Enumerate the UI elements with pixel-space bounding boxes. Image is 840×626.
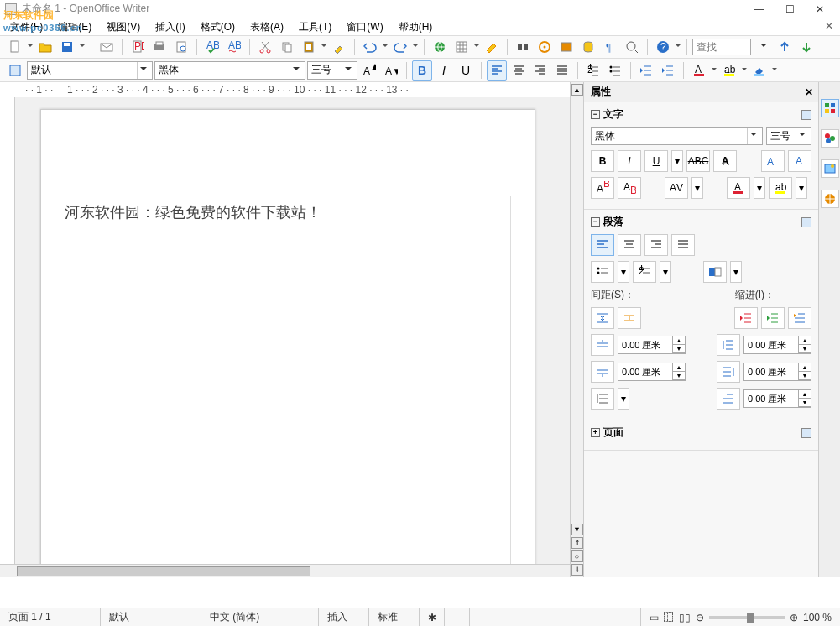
- scroll-up-icon[interactable]: ▲: [571, 84, 583, 96]
- menubar-close-icon[interactable]: ✕: [825, 20, 833, 32]
- print-button[interactable]: [149, 37, 170, 57]
- paragraph-style-combo[interactable]: 默认: [27, 61, 153, 80]
- sidebar-close-icon[interactable]: ✕: [805, 86, 813, 98]
- italic-button[interactable]: I: [434, 60, 454, 81]
- menu-table[interactable]: 表格(A): [245, 18, 289, 36]
- vertical-ruler[interactable]: [0, 97, 15, 564]
- mail-button[interactable]: [97, 37, 117, 57]
- find-prev-button[interactable]: [775, 37, 795, 57]
- sb-charspace-dropdown[interactable]: ▾: [691, 177, 703, 199]
- bgcolor-button[interactable]: [749, 60, 770, 81]
- sb-space-inc-button[interactable]: [591, 307, 614, 329]
- tab-properties[interactable]: [821, 99, 839, 117]
- sb-space-below-spin[interactable]: ▲▼: [618, 363, 686, 381]
- sb-bold-button[interactable]: B: [591, 150, 614, 172]
- sb-indent-right-spin[interactable]: ▲▼: [743, 363, 811, 381]
- status-language[interactable]: 中文 (简体): [201, 608, 319, 626]
- paste-dropdown[interactable]: [321, 37, 327, 57]
- tab-functions[interactable]: [821, 190, 839, 208]
- tab-navigator[interactable]: [821, 159, 839, 178]
- sb-number-button[interactable]: 12: [633, 261, 656, 283]
- menu-tools[interactable]: 工具(T): [294, 18, 337, 36]
- datasources-button[interactable]: [578, 37, 598, 57]
- bold-button[interactable]: B: [412, 60, 432, 81]
- menu-help[interactable]: 帮助(H): [394, 18, 438, 36]
- sb-indent-inc-button[interactable]: [761, 307, 785, 329]
- styles-window-button[interactable]: [5, 60, 25, 81]
- new-button[interactable]: [5, 37, 25, 57]
- sb-space-dec-button[interactable]: [618, 307, 641, 329]
- status-page[interactable]: 页面 1 / 1: [0, 608, 101, 626]
- sb-shrink-font-button[interactable]: A: [788, 150, 811, 172]
- redo-button[interactable]: [390, 37, 410, 57]
- find-replace-button[interactable]: [513, 37, 533, 57]
- help-button[interactable]: ?: [653, 37, 673, 57]
- redo-dropdown[interactable]: [412, 37, 419, 57]
- gallery-button[interactable]: [556, 37, 577, 57]
- menu-format[interactable]: 格式(O): [196, 18, 240, 36]
- status-style[interactable]: 默认: [101, 608, 201, 626]
- font-color-button[interactable]: A: [689, 60, 709, 81]
- zoom-value[interactable]: 100 %: [803, 612, 832, 623]
- sb-indent-left-spin[interactable]: ▲▼: [743, 336, 811, 354]
- sb-charspace-button[interactable]: AV: [665, 177, 688, 199]
- status-signature-icon[interactable]: [445, 608, 470, 626]
- sb-fontcolor-button[interactable]: A: [727, 177, 750, 199]
- bullet-list-button[interactable]: [605, 60, 625, 81]
- navigator-button[interactable]: [535, 37, 555, 57]
- bgcolor-dropdown[interactable]: [771, 60, 778, 81]
- grow-font-button[interactable]: A▲: [359, 60, 379, 81]
- sb-fontcolor-dropdown[interactable]: ▾: [754, 177, 765, 199]
- close-button[interactable]: ✕: [805, 0, 835, 18]
- page-up-icon[interactable]: ⇑: [571, 537, 583, 549]
- menu-insert[interactable]: 插入(I): [150, 18, 190, 36]
- sb-align-center-button[interactable]: [618, 234, 641, 256]
- nav-target-icon[interactable]: ○: [571, 550, 583, 562]
- sb-underline-button[interactable]: U: [644, 150, 668, 172]
- section-page-more-icon[interactable]: [801, 428, 811, 438]
- undo-button[interactable]: [360, 37, 380, 57]
- align-center-button[interactable]: [509, 60, 529, 81]
- horizontal-scrollbar[interactable]: [0, 564, 570, 577]
- sb-linespacing-button[interactable]: [591, 388, 614, 410]
- horizontal-ruler[interactable]: · · 1 · · 1 · · · 2 · · · 3 · · · 4 · · …: [0, 82, 570, 97]
- sb-underline-dropdown[interactable]: ▾: [671, 150, 683, 172]
- align-right-button[interactable]: [530, 60, 550, 81]
- sb-indent-dec-button[interactable]: [734, 307, 758, 329]
- zoom-out-icon[interactable]: ⊖: [696, 612, 704, 623]
- minimize-button[interactable]: ―: [744, 0, 775, 18]
- page-down-icon[interactable]: ⇓: [571, 564, 583, 576]
- font-name-combo[interactable]: 黑体: [154, 61, 305, 80]
- table-dropdown[interactable]: [473, 37, 480, 57]
- zoom-button[interactable]: [622, 37, 642, 57]
- font-size-combo[interactable]: 三号: [307, 61, 357, 80]
- menu-file[interactable]: 文件(F): [5, 18, 48, 36]
- help-dropdown[interactable]: [675, 37, 681, 57]
- highlight-dropdown[interactable]: [741, 60, 748, 81]
- format-paintbrush-button[interactable]: [329, 37, 349, 57]
- sb-align-justify-button[interactable]: [671, 234, 695, 256]
- sb-firstline-spin[interactable]: ▲▼: [743, 389, 811, 408]
- sb-size-combo[interactable]: 三号: [766, 127, 811, 145]
- find-dropdown[interactable]: [753, 37, 773, 57]
- underline-button[interactable]: U: [456, 60, 476, 81]
- decr-indent-button[interactable]: [636, 60, 656, 81]
- find-next-button[interactable]: [796, 37, 817, 57]
- sb-bullet-button[interactable]: [591, 261, 614, 283]
- save-button[interactable]: [57, 37, 77, 57]
- section-para-toggle[interactable]: −: [591, 217, 600, 227]
- table-button[interactable]: [451, 37, 472, 57]
- sb-parabg-dropdown[interactable]: ▾: [730, 261, 742, 283]
- view-book-icon[interactable]: ▯▯: [679, 612, 691, 623]
- sb-bullet-dropdown[interactable]: ▾: [618, 261, 629, 283]
- font-color-dropdown[interactable]: [711, 60, 717, 81]
- section-text-more-icon[interactable]: [801, 110, 811, 120]
- numbered-list-button[interactable]: 12: [583, 60, 603, 81]
- incr-indent-button[interactable]: [658, 60, 678, 81]
- menu-view[interactable]: 视图(V): [102, 18, 145, 36]
- hyperlink-button[interactable]: [430, 37, 450, 57]
- shrink-font-button[interactable]: A▼: [381, 60, 401, 81]
- autospell-button[interactable]: ABC: [224, 37, 244, 57]
- sb-highlight-dropdown[interactable]: ▾: [796, 177, 807, 199]
- new-dropdown[interactable]: [27, 37, 34, 57]
